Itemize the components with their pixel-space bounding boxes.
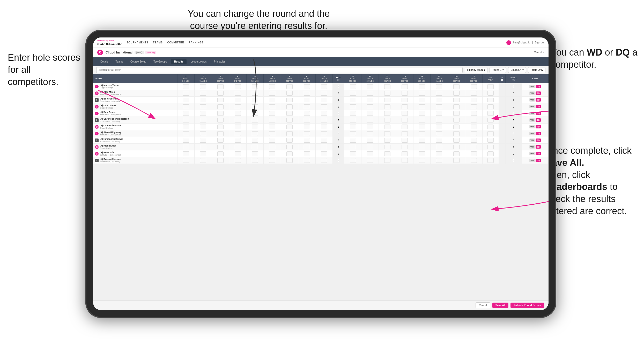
hole-3-input[interactable] (217, 125, 224, 129)
hole-12-score[interactable] (379, 83, 396, 90)
hole-17-input[interactable] (471, 131, 477, 136)
hole-11-score[interactable] (361, 124, 379, 130)
hole-8-input[interactable] (304, 84, 310, 89)
hole-2-score[interactable] (195, 137, 212, 144)
hole-16-score[interactable] (448, 117, 465, 124)
hole-13-score[interactable] (396, 137, 413, 144)
hole-1-score[interactable] (177, 157, 195, 164)
save-all-button[interactable]: Save All (492, 303, 509, 308)
hole-12-input[interactable] (384, 151, 390, 156)
hole-10-score[interactable] (344, 144, 361, 150)
wd-button[interactable]: WD (529, 159, 535, 162)
hole-5-score[interactable] (246, 117, 264, 124)
hole-18-input[interactable] (487, 138, 494, 143)
hole-15-input[interactable] (436, 104, 442, 109)
hole-3-score[interactable] (212, 144, 229, 150)
hole-12-score[interactable] (379, 137, 396, 144)
hole-13-score[interactable] (396, 150, 413, 157)
hole-17-score[interactable] (465, 150, 482, 157)
hole-4-input[interactable] (235, 158, 241, 163)
hole-2-score[interactable] (195, 157, 212, 164)
hole-6-score[interactable] (264, 90, 281, 97)
hole-18-score[interactable] (482, 130, 499, 137)
hole-2-score[interactable] (195, 144, 212, 150)
hole-4-score[interactable] (229, 117, 246, 124)
hole-8-score[interactable] (298, 117, 315, 124)
hole-5-input[interactable] (252, 151, 258, 156)
nav-tournaments[interactable]: TOURNAMENTS (127, 41, 148, 44)
hole-17-score[interactable] (465, 110, 482, 117)
hole-11-score[interactable] (361, 137, 379, 144)
hole-2-input[interactable] (200, 98, 206, 102)
hole-3-score[interactable] (212, 103, 229, 110)
hole-16-score[interactable] (448, 97, 465, 103)
hole-14-score[interactable] (413, 117, 431, 124)
hole-16-score[interactable] (448, 90, 465, 97)
hole-10-score[interactable] (344, 117, 361, 124)
dq-button[interactable]: DQ (536, 152, 541, 155)
hole-8-input[interactable] (304, 98, 310, 102)
hole-9-score[interactable] (315, 150, 333, 157)
hole-7-score[interactable] (281, 97, 298, 103)
hole-15-input[interactable] (436, 145, 442, 149)
hole-6-input[interactable] (269, 98, 275, 102)
hole-6-score[interactable] (264, 150, 281, 157)
hole-6-input[interactable] (269, 131, 275, 136)
hole-18-input[interactable] (487, 158, 494, 163)
hole-18-input[interactable] (487, 145, 494, 149)
hole-10-input[interactable] (350, 98, 356, 102)
dq-button[interactable]: DQ (536, 139, 541, 142)
hole-12-score[interactable] (379, 124, 396, 130)
hole-4-score[interactable] (229, 110, 246, 117)
hole-3-input[interactable] (217, 138, 224, 143)
hole-3-input[interactable] (217, 151, 224, 156)
dq-button[interactable]: DQ (536, 105, 541, 108)
hole-9-input[interactable] (321, 91, 327, 96)
hole-11-input[interactable] (367, 98, 373, 102)
hole-15-score[interactable] (431, 103, 448, 110)
hole-14-input[interactable] (419, 145, 425, 149)
hole-14-input[interactable] (419, 91, 425, 96)
hole-17-input[interactable] (471, 145, 477, 149)
tab-results[interactable]: Results (171, 59, 187, 64)
hole-15-score[interactable] (431, 157, 448, 164)
hole-6-score[interactable] (264, 103, 281, 110)
hole-15-score[interactable] (431, 110, 448, 117)
hole-4-input[interactable] (235, 118, 241, 122)
hole-2-input[interactable] (200, 131, 206, 136)
hole-14-score[interactable] (413, 124, 431, 130)
hole-17-score[interactable] (465, 124, 482, 130)
hole-2-input[interactable] (200, 111, 206, 116)
hole-10-score[interactable] (344, 124, 361, 130)
hole-15-input[interactable] (436, 138, 442, 143)
hole-18-score[interactable] (482, 103, 499, 110)
hole-9-input[interactable] (321, 104, 327, 109)
hole-17-score[interactable] (465, 157, 482, 164)
hole-14-input[interactable] (419, 118, 425, 122)
hole-5-input[interactable] (252, 118, 258, 122)
hole-8-score[interactable] (298, 97, 315, 103)
hole-7-input[interactable] (286, 98, 293, 102)
hole-12-score[interactable] (379, 110, 396, 117)
hole-11-input[interactable] (367, 138, 373, 143)
hole-8-input[interactable] (304, 104, 310, 109)
dq-button[interactable]: DQ (536, 145, 541, 149)
hole-16-input[interactable] (453, 118, 460, 122)
hole-5-input[interactable] (252, 125, 258, 129)
hole-15-score[interactable] (431, 137, 448, 144)
hole-13-input[interactable] (402, 98, 408, 102)
tab-details[interactable]: Details (97, 59, 112, 64)
hole-3-input[interactable] (217, 118, 224, 122)
hole-5-score[interactable] (246, 90, 264, 97)
wd-button[interactable]: WD (529, 112, 535, 115)
hole-1-score[interactable] (177, 97, 195, 103)
hole-2-input[interactable] (200, 91, 206, 96)
hole-5-score[interactable] (246, 103, 264, 110)
hole-10-input[interactable] (350, 151, 356, 156)
hole-18-score[interactable] (482, 144, 499, 150)
hole-12-input[interactable] (384, 84, 390, 89)
hole-13-input[interactable] (402, 84, 408, 89)
hole-18-input[interactable] (487, 84, 494, 89)
hole-11-input[interactable] (367, 145, 373, 149)
hole-15-score[interactable] (431, 90, 448, 97)
